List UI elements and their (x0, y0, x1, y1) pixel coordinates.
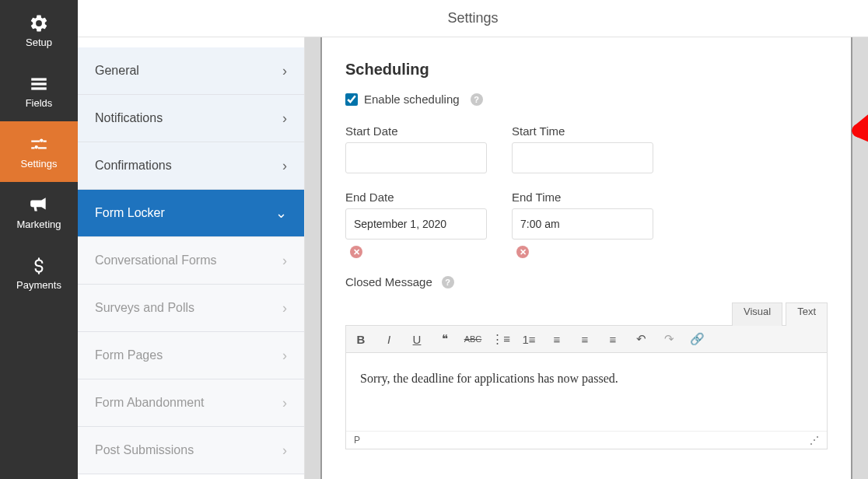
sidebar-item-general[interactable]: General › (78, 47, 304, 95)
link-button[interactable]: 🔗 (688, 330, 705, 348)
nav-marketing[interactable]: Marketing (0, 182, 78, 243)
closed-message-editor: B I U ❝ ABC ⋮≡ 1≡ ≡ ≡ ≡ ↶ ↷ 🔗 Sorr (345, 325, 828, 449)
quote-button[interactable]: ❝ (436, 330, 453, 348)
sidebar-item-label: Form Abandonment (95, 396, 205, 410)
chevron-right-icon: › (282, 348, 287, 364)
end-time-field: End Time ✕ (512, 191, 653, 258)
start-time-input[interactable] (512, 142, 653, 173)
sidebar-item-post-submissions[interactable]: Post Submissions › (78, 427, 304, 474)
nav-label: Settings (21, 158, 58, 170)
form-locker-panel: Scheduling Enable scheduling ? Start Dat… (322, 37, 851, 479)
align-left-button[interactable]: ≡ (548, 330, 565, 348)
page-title-text: Settings (447, 10, 498, 26)
editor-toolbar: B I U ❝ ABC ⋮≡ 1≡ ≡ ≡ ≡ ↶ ↷ 🔗 (346, 326, 827, 353)
italic-button[interactable]: I (380, 330, 397, 348)
enable-scheduling-row: Enable scheduling ? (345, 93, 828, 106)
chevron-down-icon: ⌄ (275, 205, 287, 222)
bold-button[interactable]: B (352, 330, 369, 348)
chevron-right-icon: › (282, 300, 287, 316)
sidebar-item-surveys-polls[interactable]: Surveys and Polls › (78, 285, 304, 332)
editor-path: P (354, 435, 360, 446)
page-title: Settings (78, 0, 868, 37)
bullet-list-button[interactable]: ⋮≡ (492, 330, 509, 348)
editor-tabs: Visual Text (345, 302, 828, 326)
end-date-input[interactable] (345, 208, 487, 240)
main-panel: Settings General › Notifications › Confi… (78, 0, 868, 479)
help-icon[interactable]: ? (471, 93, 483, 106)
sidebar-item-form-abandonment[interactable]: Form Abandonment › (78, 379, 304, 427)
chevron-right-icon: › (282, 395, 287, 411)
start-time-field: Start Time (512, 124, 653, 173)
start-date-label: Start Date (345, 124, 487, 138)
settings-subnav: General › Notifications › Confirmations … (78, 37, 305, 479)
chevron-right-icon: › (282, 158, 287, 174)
start-time-label: Start Time (512, 124, 653, 138)
nav-label: Marketing (16, 219, 61, 230)
chevron-right-icon: › (282, 253, 287, 269)
resize-handle-icon[interactable]: ⋰ (810, 435, 819, 446)
closed-message-label-row: Closed Message ? (345, 275, 828, 288)
undo-button[interactable]: ↶ (632, 330, 649, 348)
gutter-right (851, 37, 868, 479)
sidebar-item-label: Form Locker (95, 206, 165, 220)
closed-message-textarea[interactable]: Sorry, the deadline for applications has… (346, 353, 827, 431)
end-time-input[interactable] (512, 208, 653, 240)
chevron-right-icon: › (282, 442, 287, 459)
sidebar-item-label: General (95, 64, 139, 78)
svg-rect-1 (31, 82, 47, 85)
chevron-right-icon: › (282, 110, 287, 127)
list-icon (29, 74, 49, 94)
redo-button[interactable]: ↷ (660, 330, 677, 348)
sidebar-item-label: Post Submissions (95, 443, 194, 457)
strike-button[interactable]: ABC (464, 330, 481, 348)
clear-end-time-button[interactable]: ✕ (516, 246, 529, 258)
end-date-label: End Date (345, 191, 487, 204)
primary-nav: Setup Fields Settings Marketing Payments (0, 0, 78, 479)
nav-settings[interactable]: Settings (0, 121, 78, 182)
number-list-button[interactable]: 1≡ (520, 330, 537, 348)
start-date-field: Start Date (345, 124, 487, 173)
nav-label: Fields (26, 97, 53, 109)
nav-label: Setup (26, 37, 52, 48)
sidebar-item-label: Surveys and Polls (95, 301, 194, 315)
enable-scheduling-checkbox[interactable] (345, 93, 358, 106)
sidebar-item-label: Confirmations (95, 159, 172, 173)
svg-rect-0 (31, 78, 47, 80)
sidebar-item-conversational-forms[interactable]: Conversational Forms › (78, 237, 304, 285)
dollar-icon (29, 256, 49, 276)
main-body: General › Notifications › Confirmations … (78, 37, 868, 479)
underline-button[interactable]: U (408, 330, 425, 348)
svg-rect-2 (31, 87, 47, 89)
sidebar-item-form-locker[interactable]: Form Locker ⌄ (78, 190, 304, 237)
end-time-label: End Time (512, 191, 653, 204)
clear-end-date-button[interactable]: ✕ (350, 246, 362, 258)
enable-scheduling-label: Enable scheduling (364, 93, 460, 106)
editor-status-bar: P ⋰ (346, 431, 827, 449)
start-date-input[interactable] (345, 142, 487, 173)
help-icon[interactable]: ? (442, 276, 454, 288)
gear-icon (29, 13, 49, 33)
sliders-icon (29, 135, 49, 155)
editor-tab-visual[interactable]: Visual (732, 302, 782, 326)
chevron-right-icon: › (282, 63, 287, 79)
nav-fields[interactable]: Fields (0, 61, 78, 121)
section-title: Scheduling (345, 61, 828, 79)
sidebar-item-form-pages[interactable]: Form Pages › (78, 332, 304, 379)
gutter-left (305, 37, 322, 479)
sidebar-item-label: Form Pages (95, 348, 163, 362)
nav-label: Payments (16, 279, 61, 291)
nav-payments[interactable]: Payments (0, 243, 78, 303)
editor-tab-text[interactable]: Text (786, 302, 828, 326)
bullhorn-icon (29, 195, 49, 215)
sidebar-item-confirmations[interactable]: Confirmations › (78, 142, 304, 190)
sidebar-item-notifications[interactable]: Notifications › (78, 95, 304, 142)
end-date-field: End Date ✕ (345, 191, 487, 258)
align-right-button[interactable]: ≡ (604, 330, 621, 348)
align-center-button[interactable]: ≡ (576, 330, 593, 348)
sidebar-item-label: Notifications (95, 111, 163, 125)
sidebar-item-label: Conversational Forms (95, 253, 217, 267)
nav-setup[interactable]: Setup (0, 0, 78, 61)
closed-message-label: Closed Message (345, 275, 432, 288)
